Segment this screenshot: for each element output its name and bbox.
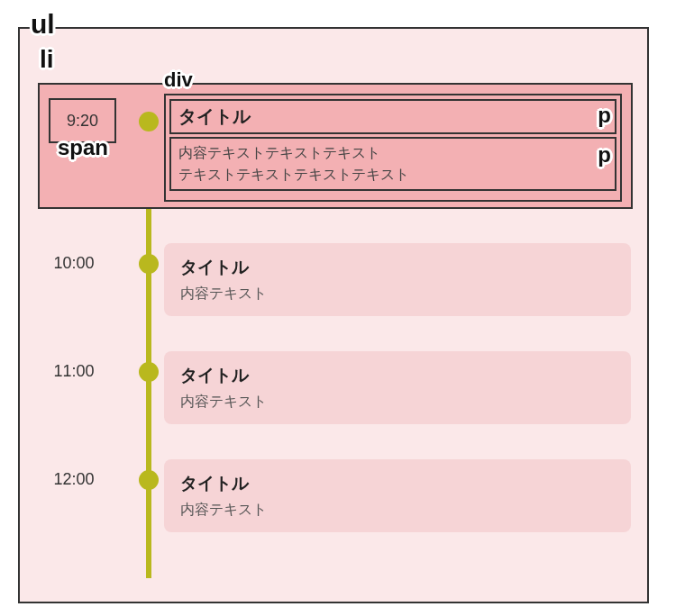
ul-container: ul li span div p p 9:20 タイトル 内容テキストテキストテ… [18, 27, 649, 603]
item-title: タイトル [180, 256, 615, 279]
time-label: 12:00 [53, 470, 94, 489]
item-title: タイトル [180, 472, 615, 495]
timeline-marker-icon [139, 470, 159, 490]
diagram-canvas: ul li span div p p 9:20 タイトル 内容テキストテキストテ… [0, 0, 694, 616]
item-title: タイトル [180, 364, 615, 387]
li-annotation: li [40, 45, 54, 74]
item-body: 内容テキスト [180, 501, 615, 520]
timeline-marker-icon [139, 112, 159, 131]
ul-annotation: ul [31, 9, 55, 40]
body-p-box: 内容テキストテキストテキスト テキストテキストテキストテキスト [169, 137, 616, 191]
timeline-marker-icon [139, 254, 159, 274]
timeline-item: タイトル 内容テキスト [164, 351, 631, 424]
time-span-box: 9:20 [49, 98, 116, 143]
timeline-marker-icon [139, 362, 159, 382]
title-p-box: タイトル [169, 99, 616, 134]
item-body: 内容テキスト [180, 393, 615, 412]
time-label: 11:00 [53, 362, 94, 381]
timeline-item-highlighted: 9:20 タイトル 内容テキストテキストテキスト テキストテキストテキストテキス… [38, 83, 633, 209]
timeline-item: タイトル 内容テキスト [164, 459, 631, 532]
timeline-item: タイトル 内容テキスト [164, 243, 631, 316]
time-label: 9:20 [67, 112, 98, 131]
item-body: 内容テキスト [180, 285, 615, 303]
time-label: 10:00 [53, 254, 94, 273]
content-div-box: タイトル 内容テキストテキストテキスト テキストテキストテキストテキスト [164, 94, 622, 202]
